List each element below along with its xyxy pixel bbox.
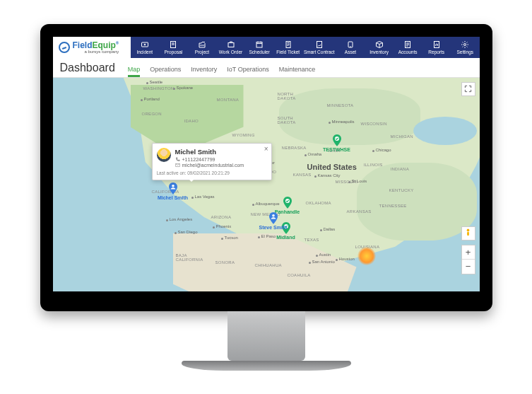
smartcontract-icon	[315, 40, 324, 49]
mail-icon	[175, 163, 180, 168]
pin-label: Midland	[276, 235, 295, 240]
svg-point-18	[172, 185, 175, 187]
tab-iot-operations[interactable]: IoT Operations	[227, 66, 268, 77]
nav-project[interactable]: Project	[188, 37, 217, 58]
map-canvas[interactable]: United States WASHINGTONOREGONMONTANAIDA…	[53, 78, 480, 291]
tab-maintenance[interactable]: Maintenance	[279, 66, 316, 77]
city-marker: Seattle	[146, 82, 148, 84]
state-label: IDAHO	[184, 119, 199, 123]
nav-label: Proposal	[165, 50, 183, 54]
brand-logo-text: FieldEquip® a bursys company	[73, 41, 119, 54]
technician-pin[interactable]: Michel Smith	[167, 182, 179, 195]
nav-label: Accounts	[398, 50, 418, 54]
settings-icon	[461, 40, 469, 49]
city-marker: Minneapolis	[329, 122, 331, 124]
city-marker: El Paso	[258, 236, 260, 238]
svg-rect-9	[317, 41, 321, 47]
state-label: WASHINGTON	[143, 86, 175, 91]
fullscreen-icon	[464, 85, 472, 93]
brand-logo-mark	[59, 42, 70, 53]
nav-label: Work Order	[219, 50, 242, 54]
svg-rect-21	[467, 231, 469, 236]
nav-accounts[interactable]: Accounts	[394, 37, 422, 58]
technician-pin[interactable]: Steve Smith	[267, 212, 280, 225]
site-pin[interactable]: TESTWHSE	[331, 134, 343, 147]
state-label: SONORA	[215, 260, 235, 265]
project-icon	[198, 40, 206, 49]
phone-icon	[175, 157, 180, 162]
city-marker: San Antonio	[309, 262, 311, 264]
city-marker: Spokane	[173, 88, 175, 90]
nav-settings[interactable]: Settings	[451, 37, 480, 58]
nav-label: Field Ticket	[276, 50, 300, 54]
scheduler-icon	[255, 40, 264, 49]
tab-operations[interactable]: Operations	[150, 66, 181, 77]
zoom-in-button[interactable]: +	[462, 245, 475, 260]
pin-label: Steve Smith	[259, 225, 287, 230]
dashboard-tabs: MapOperationsInventoryIoT OperationsMain…	[128, 66, 316, 77]
nav-label: Settings	[457, 50, 474, 54]
city-marker: Los Angeles	[166, 219, 168, 221]
nav-label: Asset	[345, 50, 356, 54]
zoom-out-button[interactable]: −	[462, 260, 475, 274]
monitor-stand-base	[182, 361, 351, 371]
state-label: INDIANA	[391, 167, 409, 171]
pegman-icon	[464, 228, 472, 238]
nav-label: Smart Contract	[304, 50, 335, 54]
city-marker: Portland	[141, 99, 143, 101]
nav-fieldticket[interactable]: Field Ticket	[273, 37, 302, 58]
nav-inventory[interactable]: Inventory	[365, 37, 394, 58]
streetview-pegman[interactable]	[461, 226, 475, 241]
nav-label: Incident	[136, 50, 153, 54]
svg-point-1	[144, 44, 146, 45]
nav-proposal[interactable]: Proposal	[159, 37, 188, 58]
svg-point-3	[200, 45, 201, 45]
state-label: ILLINOIS	[364, 163, 383, 167]
state-label: MONTANA	[217, 98, 240, 102]
state-label: OKLAHOMA	[306, 201, 331, 205]
tab-map[interactable]: Map	[128, 66, 141, 77]
state-label: TEXAS	[305, 238, 319, 242]
workorder-icon	[227, 40, 235, 49]
fieldticket-icon	[284, 40, 292, 49]
svg-point-5	[203, 45, 203, 45]
nav-reports[interactable]: Reports	[422, 37, 451, 58]
nav-smartcontract[interactable]: Smart Contract	[302, 37, 336, 58]
tab-inventory[interactable]: Inventory	[191, 66, 217, 77]
state-label: TENNESSEE	[379, 204, 407, 208]
asset-icon	[346, 40, 355, 49]
nav-asset[interactable]: Asset	[336, 37, 365, 58]
technician-popup: × Michel Smith +11122447799 michel@acm	[152, 143, 272, 180]
incident-icon	[141, 40, 149, 49]
close-icon[interactable]: ×	[264, 145, 268, 153]
state-label: WISCONSIN	[361, 122, 387, 126]
avatar	[157, 148, 171, 162]
city-marker: Las Vegas	[191, 197, 194, 199]
brand-logo[interactable]: FieldEquip® a bursys company	[53, 37, 131, 58]
state-label: SOUTHDAKOTA	[278, 116, 296, 124]
city-marker: San Diego	[175, 232, 177, 234]
nav-incident[interactable]: Incident	[131, 37, 160, 58]
state-label: KANSAS	[293, 173, 312, 177]
inventory-icon	[375, 40, 384, 49]
city-marker: Phoenix	[213, 226, 215, 228]
city-marker: Dallas	[320, 229, 322, 231]
svg-rect-7	[256, 42, 262, 47]
fullscreen-button[interactable]	[461, 82, 475, 96]
svg-point-11	[350, 46, 350, 47]
nav-label: Reports	[428, 50, 444, 54]
top-nav: FieldEquip® a bursys company IncidentPro…	[53, 37, 480, 58]
svg-point-4	[201, 45, 202, 45]
nav-scheduler[interactable]: Scheduler	[245, 37, 274, 58]
svg-point-20	[467, 228, 470, 231]
nav-workorder[interactable]: Work Order	[216, 37, 245, 58]
proposal-icon	[169, 40, 177, 49]
site-pin[interactable]: Panhandle	[281, 197, 294, 209]
state-label: WYOMING	[232, 133, 255, 137]
dashboard-tabbar: Dashboard MapOperationsInventoryIoT Oper…	[53, 58, 480, 78]
city-marker: Austin	[316, 255, 318, 257]
nav-label: Scheduler	[249, 50, 269, 54]
nav-label: Project	[195, 50, 209, 54]
city-marker: Albuquerque	[252, 204, 254, 206]
popup-phone: +11122447799	[175, 157, 266, 162]
